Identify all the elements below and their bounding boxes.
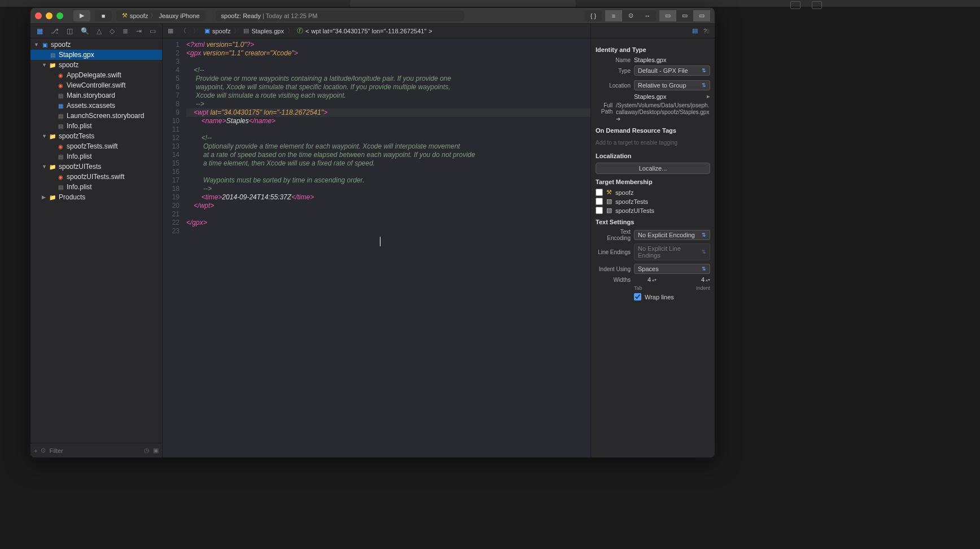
code-line[interactable]: </gpx> [186,219,590,227]
disclosure-triangle[interactable]: ▶ [42,194,46,200]
tree-row-main-storyboard[interactable]: ▤Main.storyboard [30,90,162,101]
add-icon[interactable]: + [34,447,37,454]
code-line[interactable]: --> [186,100,590,108]
code-line[interactable]: <?xml version="1.0"?> [186,41,590,49]
tree-row-spoofz[interactable]: ▼▣spoofz [30,40,162,50]
issue-nav-tab[interactable]: △ [97,27,102,35]
disclosure-triangle[interactable]: ▼ [34,42,38,47]
tree-row-staples-gpx[interactable]: ▤Staples.gpx [30,50,162,60]
name-value[interactable]: Staples.gpx [634,56,710,63]
code-line[interactable] [186,125,590,134]
endings-select[interactable]: No Explicit Line Endings⇅ [634,243,710,260]
tree-row-info-plist[interactable]: ▤Info.plist [30,151,162,162]
tree-row-assets-xcassets[interactable]: ▦Assets.xcassets [30,101,162,111]
code-line[interactable]: <name>Staples</name> [186,117,590,125]
recent-filter-icon[interactable]: ◷ [144,447,150,454]
code-line[interactable]: <wpt lat="34.0430175" lon="-118.2672541"… [186,108,590,117]
source-text[interactable]: <?xml version="1.0"?><gpx version="1.1" … [184,38,590,457]
file-tree[interactable]: ▼▣spoofz▤Staples.gpx▼📁spoofz◉AppDelegate… [30,38,162,443]
project-nav-tab[interactable]: ▦ [37,27,43,35]
code-line[interactable] [186,210,590,219]
disclosure-triangle[interactable]: ▼ [42,133,46,139]
scm-filter-icon[interactable]: ▣ [153,447,159,454]
code-line[interactable]: --> [186,185,590,193]
sb-icon: ▤ [56,112,64,120]
tree-row-launchscreen-storyboard[interactable]: ▤LaunchScreen.storyboard [30,111,162,121]
library-button[interactable]: { } [585,10,602,21]
debug-nav-tab[interactable]: ≣ [123,27,128,35]
scheme-selector[interactable]: ⚒ spoofz 〉 Jeauxy iPhone [116,10,205,21]
toggle-debug-button[interactable]: ▭ [676,10,693,21]
tree-row-spoofztests[interactable]: ▼📁spoofzTests [30,131,162,141]
back-button[interactable]: 〈 [178,27,188,35]
code-line[interactable] [186,58,590,66]
code-line[interactable]: at a rate of speed based on the time ela… [186,151,590,159]
tree-row-appdelegate-swift[interactable]: ◉AppDelegate.swift [30,70,162,80]
reveal-arrow-icon[interactable]: ➜ [616,116,620,122]
tree-row-spoofzuitests-swift[interactable]: ◉spoofzUITests.swift [30,172,162,182]
stop-button[interactable]: ■ [95,10,112,21]
type-select[interactable]: Default - GPX File⇅ [634,66,710,76]
tree-row-products[interactable]: ▶📁Products [30,192,162,202]
code-line[interactable]: Provide one or more waypoints containing… [186,75,590,83]
related-items-icon[interactable]: ▦ [166,27,175,34]
toggle-navigator-button[interactable]: ▭ [659,10,676,21]
tree-row-spoofzuitests[interactable]: ▼📁spoofzUITests [30,162,162,172]
code-line[interactable]: Optionally provide a time element for ea… [186,142,590,151]
code-line[interactable]: a time element, then Xcode will use a fi… [186,159,590,168]
tree-row-spoofztests-swift[interactable]: ◉spoofzTests.swift [30,141,162,151]
wrap-lines-checkbox[interactable]: Wrap lines [634,293,674,300]
assistant-editor-button[interactable]: ⊙ [622,10,639,21]
code-line[interactable] [186,227,590,236]
tab-width-stepper[interactable]: 4▴▾ [634,276,657,283]
close-button[interactable] [35,12,42,19]
breadcrumb-project[interactable]: ▣spoofz [204,27,230,34]
code-line[interactable]: <!-- [186,134,590,142]
disclosure-triangle[interactable]: ▼ [42,164,46,169]
tree-row-spoofz[interactable]: ▼📁spoofz [30,60,162,70]
localize-button[interactable]: Localize... [596,163,710,174]
indent-using-select[interactable]: Spaces⇅ [634,264,710,274]
disclosure-triangle[interactable]: ▼ [42,62,46,68]
report-nav-tab[interactable]: ▭ [150,27,156,35]
target-spoofztests[interactable]: ▧spoofzTests [596,198,710,205]
breadcrumb-file[interactable]: ▤Staples.gpx [243,27,283,34]
encoding-select[interactable]: No Explicit Encoding⇅ [634,230,710,240]
code-line[interactable]: Xcode will simulate a route visiting eac… [186,91,590,100]
folder-chooser-icon[interactable]: ▸ [707,93,710,100]
standard-editor-button[interactable]: ≡ [605,10,622,21]
minimize-button[interactable] [46,12,53,19]
zoom-button[interactable] [56,12,63,19]
find-nav-tab[interactable]: 🔍 [81,27,89,35]
symbol-nav-tab[interactable]: ◫ [67,27,73,35]
text-cursor [380,237,380,246]
code-line[interactable]: Waypoints must be sorted by time in asce… [186,176,590,185]
code-line[interactable]: </wpt> [186,202,590,210]
filter-input[interactable] [49,447,141,454]
code-line[interactable]: <gpx version="1.1" creator="Xcode"> [186,49,590,58]
tree-row-info-plist[interactable]: ▤Info.plist [30,182,162,192]
tree-row-viewcontroller-swift[interactable]: ◉ViewController.swift [30,80,162,90]
tree-row-info-plist[interactable]: ▤Info.plist [30,121,162,131]
file-inspector-tab[interactable]: ▤ [692,27,698,34]
target-spoofz[interactable]: ⚒spoofz [596,189,710,196]
location-select[interactable]: Relative to Group⇅ [634,80,710,90]
toggle-inspector-button[interactable]: ▭ [693,10,710,21]
help-inspector-tab[interactable]: ?⃝ [703,28,709,34]
breadcrumb-symbol[interactable]: Ⓕ <wpt lat="34.0430175" lon="-118.267254… [297,27,432,35]
code-line[interactable]: waypoint, Xcode will simulate that speci… [186,83,590,91]
source-control-nav-tab[interactable]: ⎇ [51,27,59,35]
version-editor-button[interactable]: ↔ [639,10,656,21]
activity-viewer[interactable]: spoofz: Ready | Today at 12:25 PM [216,11,464,21]
code-line[interactable]: <time>2014-09-24T14:55:37Z</time> [186,193,590,202]
code-line[interactable]: <!-- [186,66,590,75]
forward-button[interactable]: 〉 [191,27,201,35]
code-line[interactable] [186,168,590,176]
test-nav-tab[interactable]: ◇ [110,27,115,35]
breakpoint-nav-tab[interactable]: ⇥ [136,27,142,35]
target-spoofzuitests[interactable]: ▧spoofzUITests [596,207,710,214]
jump-bar[interactable]: ▦ 〈 〉 ▣spoofz 〉 ▤Staples.gpx 〉 Ⓕ <wpt la… [163,24,590,38]
code-editor[interactable]: 1234567891011121314151617181920212223 <?… [163,38,590,457]
indent-width-stepper[interactable]: 4▴▾ [688,276,710,283]
run-button[interactable]: ▶ [73,10,90,21]
